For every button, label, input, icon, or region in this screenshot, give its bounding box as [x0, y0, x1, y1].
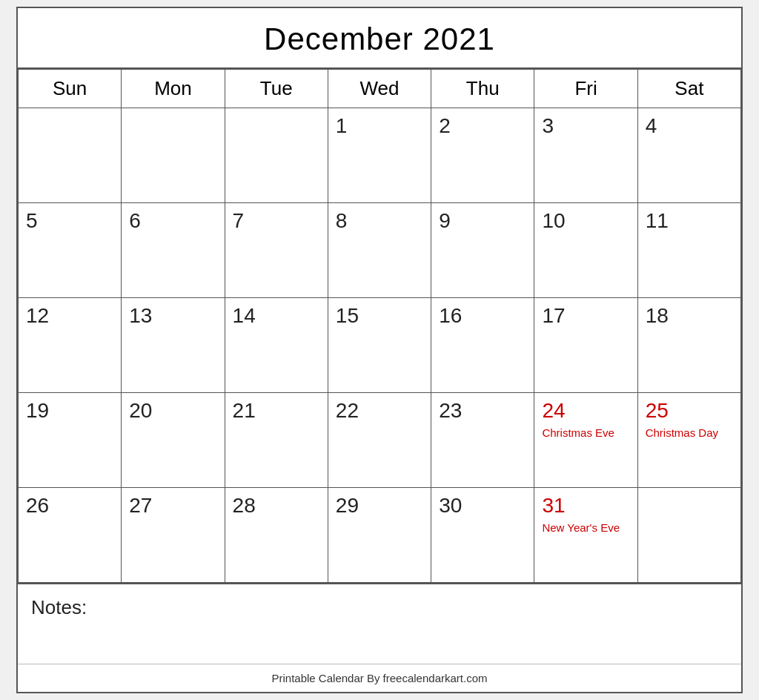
day-number: 17: [542, 304, 629, 328]
calendar-cell: 31New Year's Eve: [534, 488, 637, 583]
day-number: 12: [26, 304, 113, 328]
calendar-cell: 23: [431, 393, 534, 488]
holiday-name: Christmas Eve: [542, 426, 629, 440]
calendar-cell: 19: [19, 393, 122, 488]
weekday-header-sat: Sat: [637, 70, 740, 108]
calendar-cell: 5: [19, 203, 122, 298]
day-number: 8: [336, 209, 423, 233]
day-number: 7: [233, 209, 320, 233]
day-number: 11: [646, 209, 733, 233]
calendar-week-1: 1234: [19, 108, 741, 203]
calendar-cell: 21: [225, 393, 328, 488]
calendar-cell: 11: [637, 203, 740, 298]
day-number: 27: [129, 494, 216, 518]
calendar-cell: 22: [328, 393, 431, 488]
day-number: 13: [129, 304, 216, 328]
day-number: 10: [542, 209, 629, 233]
weekday-header-mon: Mon: [122, 70, 225, 108]
weekday-header-fri: Fri: [534, 70, 637, 108]
calendar-cell: 17: [534, 298, 637, 393]
day-number: 21: [233, 399, 320, 423]
day-number: 31: [542, 494, 629, 518]
calendar-cell: [225, 108, 328, 203]
calendar-week-2: 567891011: [19, 203, 741, 298]
day-number: 3: [542, 114, 629, 138]
calendar-cell: 8: [328, 203, 431, 298]
calendar-cell: 25Christmas Day: [637, 393, 740, 488]
day-number: 20: [129, 399, 216, 423]
calendar-cell: 16: [431, 298, 534, 393]
day-number: 28: [233, 494, 320, 518]
calendar-cell: 26: [19, 488, 122, 583]
day-number: 15: [336, 304, 423, 328]
calendar-cell: 15: [328, 298, 431, 393]
weekday-header-thu: Thu: [431, 70, 534, 108]
weekday-header-row: SunMonTueWedThuFriSat: [19, 70, 741, 108]
day-number: 30: [439, 494, 526, 518]
holiday-name: Christmas Day: [646, 426, 733, 440]
day-number: 19: [26, 399, 113, 423]
calendar-cell: 30: [431, 488, 534, 583]
calendar-cell: 14: [225, 298, 328, 393]
day-number: 23: [439, 399, 526, 423]
calendar-cell: 27: [122, 488, 225, 583]
calendar-cell: 18: [637, 298, 740, 393]
day-number: 4: [646, 114, 733, 138]
calendar-cell: [19, 108, 122, 203]
calendar-cell: [637, 488, 740, 583]
calendar-cell: 4: [637, 108, 740, 203]
day-number: 29: [336, 494, 423, 518]
notes-section: Notes:: [18, 583, 741, 664]
calendar-cell: 20: [122, 393, 225, 488]
calendar-cell: [122, 108, 225, 203]
weekday-header-sun: Sun: [19, 70, 122, 108]
calendar-title: December 2021: [18, 8, 741, 69]
calendar-cell: 29: [328, 488, 431, 583]
calendar-cell: 2: [431, 108, 534, 203]
day-number: 1: [336, 114, 423, 138]
calendar-week-3: 12131415161718: [19, 298, 741, 393]
day-number: 6: [129, 209, 216, 233]
calendar-cell: 24Christmas Eve: [534, 393, 637, 488]
calendar-cell: 1: [328, 108, 431, 203]
weekday-header-tue: Tue: [225, 70, 328, 108]
notes-label: Notes:: [31, 596, 87, 618]
day-number: 26: [26, 494, 113, 518]
calendar-cell: 13: [122, 298, 225, 393]
calendar-cell: 3: [534, 108, 637, 203]
calendar-cell: 28: [225, 488, 328, 583]
calendar-cell: 9: [431, 203, 534, 298]
calendar-cell: 6: [122, 203, 225, 298]
day-number: 18: [646, 304, 733, 328]
day-number: 25: [646, 399, 733, 423]
weekday-header-wed: Wed: [328, 70, 431, 108]
day-number: 14: [233, 304, 320, 328]
calendar-week-4: 192021222324Christmas Eve25Christmas Day: [19, 393, 741, 488]
footer-text: Printable Calendar By freecalendarkart.c…: [18, 664, 741, 692]
calendar-grid: SunMonTueWedThuFriSat 123456789101112131…: [18, 69, 741, 583]
calendar-cell: 12: [19, 298, 122, 393]
calendar-week-5: 262728293031New Year's Eve: [19, 488, 741, 583]
day-number: 16: [439, 304, 526, 328]
day-number: 9: [439, 209, 526, 233]
day-number: 2: [439, 114, 526, 138]
calendar-container: December 2021 SunMonTueWedThuFriSat 1234…: [16, 7, 743, 693]
day-number: 5: [26, 209, 113, 233]
calendar-cell: 7: [225, 203, 328, 298]
day-number: 22: [336, 399, 423, 423]
holiday-name: New Year's Eve: [542, 521, 629, 535]
calendar-cell: 10: [534, 203, 637, 298]
day-number: 24: [542, 399, 629, 423]
